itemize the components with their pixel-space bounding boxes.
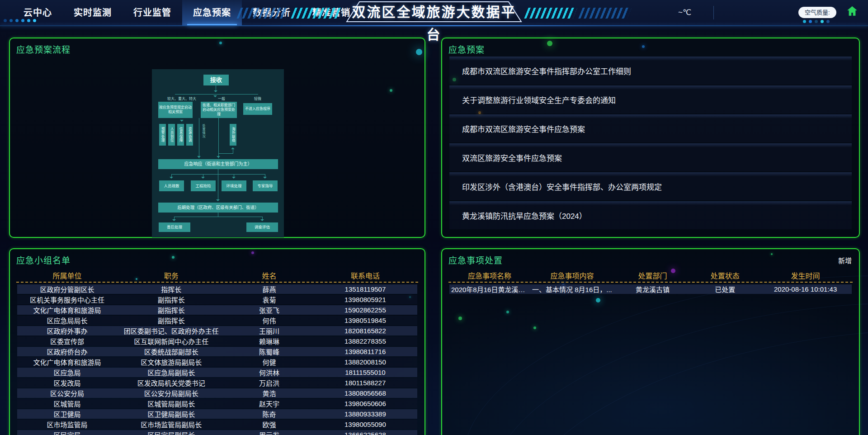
table-cell: 王丽川 <box>225 326 313 336</box>
flow-node-post-bar: 后期处理（区政府、区级有关部门、街道） <box>158 203 278 213</box>
table-cell: 薛燕 <box>225 284 313 294</box>
table-cell: 赖琳琳 <box>225 336 313 346</box>
table-cell: 13882008150 <box>313 358 417 366</box>
nav-item-emergency-plans[interactable]: 应急预案 <box>182 0 242 25</box>
plan-item[interactable]: 关于调整旅游行业领域安全生产专委会的通知 <box>449 85 852 113</box>
table-cell: 文化广电体育和旅游局 <box>17 357 117 367</box>
table-row: 区应急局局长副指挥长何伟13980519845 <box>17 316 417 325</box>
flow-node-duty: 人员到位 <box>168 124 175 146</box>
table-cell: 区互联网新闻中心办主任 <box>117 336 225 346</box>
column-header: 应急事项名称 <box>449 270 530 281</box>
table-header-divider <box>16 282 418 283</box>
flow-node-post: 善后处理 <box>159 222 190 232</box>
flow-node-response: 专家指导 <box>253 180 278 191</box>
table-cell: 区公安分局 <box>17 388 117 398</box>
plan-item[interactable]: 双流区旅游安全事件应急预案 <box>449 143 852 171</box>
column-header: 处置状态 <box>691 270 759 281</box>
flow-node-post: 调查评估 <box>246 222 278 232</box>
table-cell: 副指挥长 <box>117 305 225 315</box>
flow-node-level-general: 街道、相关职能部门启动相关应急预案处理 <box>201 102 237 118</box>
home-icon[interactable] <box>846 5 858 17</box>
panel-emergency-plans: 应急预案 成都市双流区旅游安全事件指挥部办公室工作细则关于调整旅游行业领域安全生… <box>441 38 860 238</box>
table-cell: 区城管局 <box>17 399 117 408</box>
table-cell: 赵天宇 <box>225 399 313 408</box>
table-row: 区市场监管局区市场监管局副局长欧强13980055090 <box>17 420 417 429</box>
table-row: 区发改局区发改局机关党委书记万启洪18011588227 <box>17 378 417 388</box>
table-cell: 13980055090 <box>313 421 417 428</box>
plan-list: 成都市双流区旅游安全事件指挥部办公室工作细则关于调整旅游行业领域安全生产专委会的… <box>449 57 852 230</box>
table-cell: 已处置 <box>691 284 759 294</box>
flow-node-level-minor: 不进入应急程序 <box>243 103 272 115</box>
table-cell: 13808056568 <box>313 389 417 397</box>
flow-duty-line-label: 处置情况 <box>201 124 206 138</box>
header-divider <box>713 6 714 19</box>
panel-emergency-team: 应急小组名单 所属单位职务姓名联系电话 区政府分管副区长指挥长薛燕1351811… <box>9 248 425 435</box>
air-quality-badge[interactable]: 空气质量: <box>798 7 836 18</box>
table-cell: 黄龙溪古镇 <box>614 284 691 294</box>
plan-item[interactable]: 成都市双流区旅游安全事件指挥部办公室工作细则 <box>449 57 852 85</box>
table-cell: 13980650606 <box>313 400 417 407</box>
table-row: 文化广电体育和旅游局区文体旅游局副局长何健13882008150 <box>17 357 417 367</box>
table-cell: 18011588227 <box>313 379 417 387</box>
table-cell: 张亚飞 <box>225 305 313 315</box>
table-row: 区城管局区城管局副局长赵天宇13980650606 <box>17 399 417 408</box>
table-cell: 陈奇 <box>225 409 313 419</box>
table-cell: 区民宗局副局长 <box>117 430 225 435</box>
incident-table-body: 2020年8月16日黄龙溪镇...一、基本情况 8月16日，...黄龙溪古镇已处… <box>449 284 852 295</box>
table-row: 区公安分局区公安分局副局长黄浩13808056568 <box>17 388 417 398</box>
column-header: 职务 <box>117 270 225 281</box>
column-header: 姓名 <box>225 270 313 281</box>
nav-item-realtime-monitoring[interactable]: 实时监测 <box>63 0 123 25</box>
table-row[interactable]: 2020年8月16日黄龙溪镇...一、基本情况 8月16日，...黄龙溪古镇已处… <box>449 284 852 294</box>
column-header: 所属单位 <box>17 270 117 281</box>
flow-node-duty: 资源协调 <box>186 124 193 146</box>
add-incident-button[interactable]: 新增 <box>838 255 852 265</box>
table-cell: 13518119507 <box>313 285 417 293</box>
table-cell: 13666225628 <box>313 431 417 435</box>
table-cell: 区委统战部副部长 <box>117 347 225 356</box>
decor-stripes <box>236 8 290 19</box>
table-cell: 13980519845 <box>313 317 417 324</box>
table-row: 区委宣传部区互联网新闻中心办主任赖琳琳13882278355 <box>17 336 417 346</box>
table-cell: 文化广电体育和旅游局 <box>17 305 117 315</box>
table-cell: 18208165822 <box>313 327 417 335</box>
panel-title: 应急事项处置 <box>448 254 503 266</box>
table-header-divider <box>448 282 853 283</box>
table-cell: 2020年8月16日黄龙溪镇... <box>449 284 530 294</box>
table-cell: 何洪林 <box>225 368 313 377</box>
table-cell: 15902862255 <box>313 306 417 314</box>
table-cell: 区应急局 <box>17 368 117 377</box>
table-cell: 黄浩 <box>225 388 313 398</box>
table-cell: 周元发 <box>225 430 313 435</box>
flow-node-duty: 预警处理 <box>159 124 166 146</box>
plan-item[interactable]: 印发区涉外（含港澳台）安全事件指挥部、办公室两项规定 <box>449 172 852 200</box>
flow-branch-label: 一般 <box>218 96 225 101</box>
top-header: 云中心实时监测行业监管应急预案数据分析精准营销 双流区全域旅游大数据平台 ~℃ … <box>0 0 868 25</box>
table-cell: 指挥长 <box>117 284 225 294</box>
table-row: 区政府外事办团区委副书记、区政府外办主任王丽川18208165822 <box>17 326 417 336</box>
table-cell: 区机关事务服务中心主任 <box>17 295 117 304</box>
decor-stripes <box>524 8 577 19</box>
flow-node-duty: 信息保障 <box>177 124 184 146</box>
table-cell: 13880933389 <box>313 410 417 418</box>
table-row: 区卫健局区卫健局副局长陈奇13880933389 <box>17 409 417 419</box>
column-header: 处置部门 <box>614 270 691 281</box>
column-header: 发生时间 <box>759 270 852 281</box>
flow-node-level-major: 按应急预案规定启动相关预案 <box>158 102 193 118</box>
table-cell: 13980805921 <box>313 296 417 303</box>
table-row: 区政府侨台办区委统战部副部长陈蜀峰13980811716 <box>17 347 417 356</box>
table-cell: 13980811716 <box>313 348 417 355</box>
plan-item[interactable]: 黄龙溪镇防汛抗旱应急预案（2024） <box>449 201 852 229</box>
plan-item[interactable]: 成都市双流区旅游安全事件应急预案 <box>449 114 852 142</box>
flow-node-response: 人员疏散 <box>159 180 184 191</box>
table-cell: 何健 <box>225 357 313 367</box>
nav-item-industry-supervision[interactable]: 行业监管 <box>123 0 182 25</box>
table-cell: 区市场监管局副局长 <box>117 420 225 429</box>
table-cell: 何伟 <box>225 316 313 325</box>
table-cell: 13882278355 <box>313 337 417 345</box>
table-cell: 区发改局 <box>17 378 117 388</box>
table-cell: 袁菊 <box>225 295 313 304</box>
table-cell: 陈蜀峰 <box>225 347 313 356</box>
table-row: 区民宗局区民宗局副局长周元发13666225628 <box>17 430 417 435</box>
incident-table-header: 应急事项名称应急事项内容处置部门处置状态发生时间 <box>449 270 852 281</box>
